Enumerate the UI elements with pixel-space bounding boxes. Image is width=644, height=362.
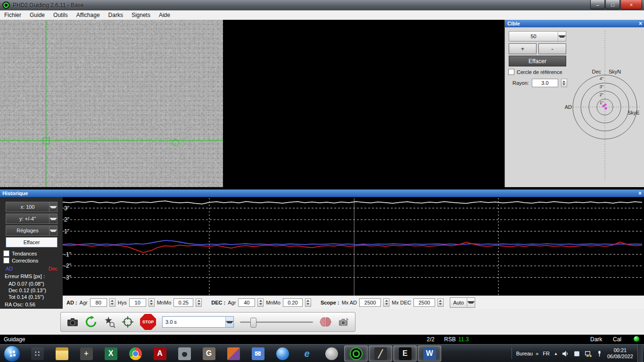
- photo-app-icon[interactable]: [222, 346, 245, 362]
- ra-hysteresis-input[interactable]: [129, 298, 146, 307]
- dec-legend: Dec: [48, 266, 58, 272]
- rms-ra-value: AD 0.07 (0.08''): [8, 281, 44, 287]
- radius-spinner[interactable]: [561, 79, 567, 87]
- history-yscale-select[interactable]: y: +/-4'': [6, 214, 58, 224]
- dark-indicator: Dark: [590, 336, 602, 343]
- radius-label: Rayon:: [512, 80, 529, 86]
- ra-hysteresis-spinner[interactable]: [149, 298, 155, 307]
- max-ra-duration-spinner[interactable]: [383, 298, 389, 307]
- mail-icon[interactable]: ✉: [246, 346, 270, 362]
- power-plug-icon[interactable]: [596, 350, 603, 357]
- tray-app-icon[interactable]: [573, 350, 580, 357]
- menu-darks[interactable]: Darks: [104, 10, 127, 20]
- svg-text:2": 2": [600, 92, 603, 97]
- ra-aggression-input[interactable]: [90, 298, 107, 307]
- minimize-button[interactable]: –: [590, 0, 605, 9]
- advanced-settings-button[interactable]: [319, 317, 332, 328]
- chevron-down-icon: [49, 214, 57, 223]
- capture-app-icon[interactable]: +: [74, 346, 98, 362]
- menu-guide[interactable]: Guide: [25, 10, 49, 20]
- history-xscale-select[interactable]: x: 100: [6, 202, 58, 212]
- explorer-folder-icon[interactable]: [50, 346, 74, 362]
- exposure-select[interactable]: 3.0 s: [162, 316, 234, 328]
- chevron-right-icon[interactable]: »: [536, 351, 538, 356]
- ra-minmove-input[interactable]: [173, 298, 193, 307]
- camera-settings-button[interactable]: [338, 316, 349, 328]
- word-icon[interactable]: W: [418, 346, 441, 362]
- show-desktop-button[interactable]: [637, 345, 643, 362]
- svg-text:SkyN: SkyN: [609, 69, 621, 74]
- history-xscale-value: x: 100: [6, 204, 49, 210]
- menu-aide[interactable]: Aide: [155, 10, 174, 20]
- slider-thumb[interactable]: [250, 318, 256, 328]
- dec-guide-mode-select[interactable]: Auto: [450, 297, 475, 308]
- ra-minmove-spinner[interactable]: [196, 298, 202, 307]
- history-panel-close-button[interactable]: ×: [638, 190, 642, 196]
- taskbar-clock[interactable]: 00:21 06/08/2022: [607, 347, 633, 360]
- dec-minmove-input[interactable]: [283, 298, 303, 307]
- dec-aggression-spinner[interactable]: [257, 298, 264, 307]
- pinned-items-grid-icon[interactable]: ∷: [25, 346, 49, 362]
- connect-camera-button[interactable]: [66, 316, 79, 328]
- camera-app-icon[interactable]: [173, 346, 196, 362]
- acrobat-reader-icon[interactable]: A: [148, 346, 172, 362]
- dec-minmove-spinner[interactable]: [305, 298, 311, 307]
- image-editor-pen-icon[interactable]: ╱: [369, 346, 392, 362]
- guide-target-icon: [122, 316, 134, 328]
- network-icon[interactable]: [585, 350, 592, 357]
- svg-text:AD: AD: [565, 104, 572, 110]
- ra-aggression-spinner[interactable]: [109, 298, 116, 307]
- phd2-window: PHD2 Guiding 2.6.11 - Base – □ × Fichier…: [0, 0, 644, 362]
- chevron-down-icon: [49, 202, 57, 212]
- target-zoom-select[interactable]: 50: [509, 31, 566, 41]
- language-indicator[interactable]: FR: [543, 351, 550, 356]
- history-clear-button[interactable]: Effacer: [6, 237, 58, 247]
- phd2-taskbar-icon[interactable]: [344, 346, 368, 362]
- history-settings-select[interactable]: Réglages: [6, 225, 58, 236]
- browser-icon[interactable]: [271, 346, 294, 362]
- target-zoom-out-button[interactable]: -: [538, 43, 566, 54]
- taskbar: ∷+XAG✉e╱EW Bureau » FR ▲: [0, 344, 644, 362]
- star-select-icon: [103, 316, 116, 328]
- acrobat-reader-icon-glyph: A: [154, 347, 166, 360]
- hidden-icons-button[interactable]: ▲: [554, 352, 558, 356]
- ezcap-icon-glyph: E: [399, 347, 412, 360]
- volume-icon[interactable]: [562, 350, 569, 357]
- ie-icon[interactable]: e: [295, 346, 319, 362]
- history-yscale-value: y: +/-4'': [6, 216, 49, 222]
- target-zoom-in-button[interactable]: +: [509, 43, 537, 54]
- close-button[interactable]: ×: [620, 0, 642, 9]
- desktop-toolbar[interactable]: Bureau »: [516, 351, 539, 356]
- auto-select-star-button[interactable]: [103, 316, 116, 328]
- target-panel-close-button[interactable]: ×: [639, 21, 642, 26]
- chrome-icon[interactable]: [124, 346, 147, 362]
- gray-sphere-app-icon[interactable]: [320, 346, 343, 362]
- menu-affichage[interactable]: Affichage: [72, 10, 104, 20]
- radius-input[interactable]: [532, 79, 558, 87]
- target-clear-button[interactable]: Effacer: [509, 56, 566, 66]
- guide-button[interactable]: [122, 316, 134, 328]
- reference-circle-checkbox[interactable]: [508, 69, 514, 75]
- max-dec-duration-input[interactable]: [413, 298, 435, 307]
- image-editor-pen-icon-glyph: ╱: [374, 347, 387, 360]
- trends-checkbox[interactable]: [3, 250, 9, 256]
- main-area: 1"2"3"4"DecSkyNADSkyE Cible × 50 + - Eff…: [0, 20, 644, 187]
- stop-button[interactable]: STOP: [140, 314, 156, 330]
- ezcap-icon[interactable]: E: [393, 346, 417, 362]
- word-icon-glyph: W: [423, 347, 436, 360]
- maximize-button[interactable]: □: [605, 0, 620, 9]
- menu-signets[interactable]: Signets: [127, 10, 155, 20]
- guide-parameters-bar: AD : Agr Hys MnMo DEC : Agr MnMo Scope :…: [63, 296, 644, 309]
- max-dec-duration-spinner[interactable]: [438, 298, 444, 307]
- gimp-icon[interactable]: G: [197, 346, 221, 362]
- start-button[interactable]: [4, 346, 20, 362]
- corrections-checkbox[interactable]: [3, 257, 9, 263]
- loop-exposure-button[interactable]: [85, 316, 97, 328]
- max-ra-duration-input[interactable]: [359, 298, 381, 307]
- guide-camera-frame[interactable]: [0, 20, 223, 187]
- excel-icon[interactable]: X: [99, 346, 123, 362]
- dec-aggression-input[interactable]: [238, 298, 255, 307]
- menu-outils[interactable]: Outils: [49, 10, 72, 20]
- menu-fichier[interactable]: Fichier: [0, 10, 25, 20]
- stretch-slider[interactable]: [240, 317, 313, 327]
